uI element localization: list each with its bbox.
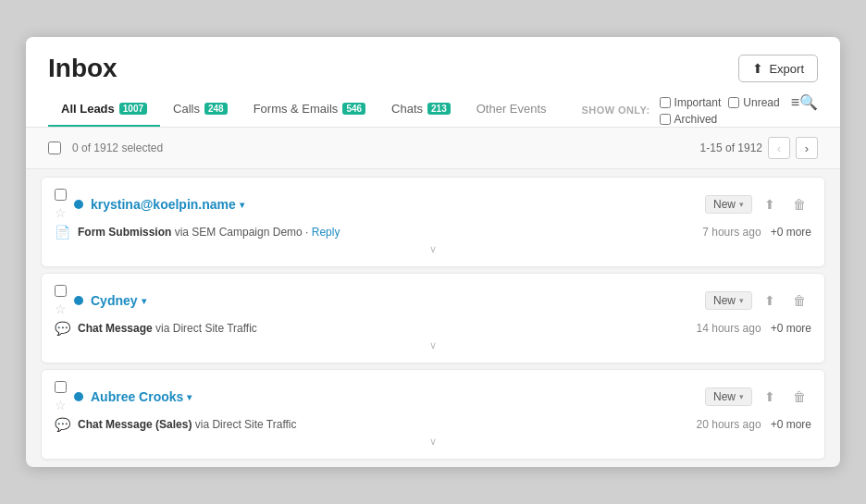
tab-calls-badge: 248 <box>204 103 228 115</box>
show-only-filters: SHOW ONLY: Important Unread ≡🔍 <box>582 93 818 126</box>
prev-page-button[interactable]: ‹ <box>768 137 790 159</box>
pagination-info: 1-15 of 1912 <box>700 141 762 154</box>
tab-all-leads[interactable]: All Leads 1007 <box>48 92 160 127</box>
tab-chats[interactable]: Chats 213 <box>378 92 464 127</box>
lead-time: 14 hours ago <box>697 322 761 335</box>
event-type: Chat Message <box>78 322 153 335</box>
event-icon: 💬 <box>55 321 70 336</box>
lead-name-dropdown-icon: ▾ <box>142 296 146 306</box>
lead-checkbox[interactable] <box>55 285 67 297</box>
header: Inbox ⬆ Export <box>26 37 840 92</box>
lead-row-bottom: 💬 Chat Message (Sales) via Direct Site T… <box>55 417 811 432</box>
unread-dot <box>74 296 83 305</box>
lead-checkbox[interactable] <box>55 381 67 393</box>
tab-forms-emails-badge: 546 <box>342 103 365 115</box>
lead-star[interactable]: ☆ <box>55 398 67 412</box>
lead-left: ☆ Cydney ▾ <box>55 285 146 316</box>
lead-star[interactable]: ☆ <box>55 205 67 220</box>
tab-calls[interactable]: Calls 248 <box>160 92 241 127</box>
lead-row-top: ☆ krystina@koelpin.name ▾ New ▾ ⬆ 🗑 <box>55 189 811 220</box>
lead-status-badge[interactable]: New ▾ <box>705 195 752 214</box>
expand-icon[interactable]: ∨ <box>429 436 437 448</box>
archived-checkbox[interactable] <box>660 114 671 125</box>
tab-all-leads-badge: 1007 <box>119 103 147 115</box>
status-dropdown-icon: ▾ <box>739 392 744 401</box>
unread-filter[interactable]: Unread <box>728 96 779 109</box>
tab-other-events[interactable]: Other Events <box>464 92 560 127</box>
unread-dot <box>74 392 83 401</box>
lead-card: ☆ Aubree Crooks ▾ New ▾ ⬆ 🗑 <box>41 369 825 460</box>
lead-checkbox[interactable] <box>55 189 67 201</box>
event-icon: 💬 <box>55 417 70 432</box>
share-button[interactable]: ⬆ <box>758 385 782 409</box>
tab-other-events-label: Other Events <box>476 102 547 116</box>
event-icon: 📄 <box>55 225 70 240</box>
tab-forms-emails[interactable]: Forms & Emails 546 <box>241 92 378 127</box>
lead-detail-right: 20 hours ago +0 more <box>697 418 811 431</box>
tabs-bar: All Leads 1007 Calls 248 Forms & Emails … <box>26 92 840 128</box>
event-text: Chat Message (Sales) via Direct Site Tra… <box>78 418 297 431</box>
lead-time: 7 hours ago <box>702 226 761 239</box>
tab-chats-badge: 213 <box>427 103 451 115</box>
delete-button[interactable]: 🗑 <box>787 192 811 216</box>
share-button[interactable]: ⬆ <box>758 192 782 216</box>
lead-name[interactable]: Aubree Crooks ▾ <box>91 389 192 404</box>
lead-status-label: New <box>713 294 736 307</box>
lead-left-col: ☆ <box>55 381 67 412</box>
important-checkbox[interactable] <box>660 97 671 108</box>
archived-filter[interactable]: Archived <box>660 113 718 126</box>
lead-detail-left: 💬 Chat Message (Sales) via Direct Site T… <box>55 417 297 432</box>
reply-link[interactable]: Reply <box>312 226 340 239</box>
lead-status-badge[interactable]: New ▾ <box>705 387 752 406</box>
more-tag: +0 more <box>771 418 811 431</box>
lead-left: ☆ Aubree Crooks ▾ <box>55 381 192 412</box>
lead-detail-right: 7 hours ago +0 more <box>702 226 811 239</box>
delete-button[interactable]: 🗑 <box>787 385 811 409</box>
lead-status-label: New <box>713 198 736 211</box>
expand-arrow: ∨ <box>55 436 811 448</box>
lead-detail-left: 📄 Form Submission via SEM Campaign Demo … <box>55 225 340 240</box>
lead-actions: New ▾ ⬆ 🗑 <box>705 385 811 409</box>
lead-name-dropdown-icon: ▾ <box>240 200 244 210</box>
lead-card: ☆ Cydney ▾ New ▾ ⬆ 🗑 <box>41 273 825 363</box>
share-button[interactable]: ⬆ <box>758 289 782 313</box>
event-text: Form Submission via SEM Campaign Demo · … <box>78 226 340 239</box>
more-tag: +0 more <box>771 226 811 239</box>
lead-list: ☆ krystina@koelpin.name ▾ New ▾ ⬆ 🗑 <box>26 169 840 467</box>
export-button[interactable]: ⬆ Export <box>738 55 818 82</box>
lead-time: 20 hours ago <box>697 418 761 431</box>
show-only-label: SHOW ONLY: <box>582 104 650 116</box>
inbox-container: Inbox ⬆ Export All Leads 1007 Calls 248 … <box>26 37 840 467</box>
lead-row-bottom: 📄 Form Submission via SEM Campaign Demo … <box>55 225 811 240</box>
tabs: All Leads 1007 Calls 248 Forms & Emails … <box>48 92 560 127</box>
important-filter[interactable]: Important <box>660 96 722 109</box>
export-label: Export <box>769 62 804 76</box>
lead-left: ☆ krystina@koelpin.name ▾ <box>55 189 244 220</box>
toolbar: 0 of 1912 selected 1-15 of 1912 ‹ › <box>26 128 840 169</box>
lead-name[interactable]: krystina@koelpin.name ▾ <box>91 197 244 212</box>
select-all-checkbox[interactable] <box>48 141 61 154</box>
next-page-button[interactable]: › <box>796 137 818 159</box>
tab-forms-emails-label: Forms & Emails <box>254 102 339 116</box>
lead-name-dropdown-icon: ▾ <box>187 392 192 402</box>
lead-card: ☆ krystina@koelpin.name ▾ New ▾ ⬆ 🗑 <box>41 177 825 267</box>
lead-detail-right: 14 hours ago +0 more <box>697 322 811 335</box>
lead-status-badge[interactable]: New ▾ <box>705 291 752 310</box>
lead-status-label: New <box>713 390 736 403</box>
lead-star[interactable]: ☆ <box>55 301 67 316</box>
lead-name[interactable]: Cydney ▾ <box>91 293 146 308</box>
expand-icon[interactable]: ∨ <box>429 243 437 255</box>
expand-arrow: ∨ <box>55 339 811 351</box>
toolbar-left: 0 of 1912 selected <box>48 141 163 154</box>
event-type: Form Submission <box>78 226 171 239</box>
selected-count: 0 of 1912 selected <box>72 141 163 154</box>
event-text: Chat Message via Direct Site Traffic <box>78 322 257 335</box>
unread-checkbox[interactable] <box>728 97 739 108</box>
lead-row-top: ☆ Aubree Crooks ▾ New ▾ ⬆ 🗑 <box>55 381 811 412</box>
expand-icon[interactable]: ∨ <box>429 339 437 351</box>
unread-dot <box>74 200 83 209</box>
delete-button[interactable]: 🗑 <box>787 289 811 313</box>
lead-detail-left: 💬 Chat Message via Direct Site Traffic <box>55 321 257 336</box>
filter-icon[interactable]: ≡🔍 <box>791 93 818 111</box>
show-only-row-2: Archived <box>660 113 718 126</box>
